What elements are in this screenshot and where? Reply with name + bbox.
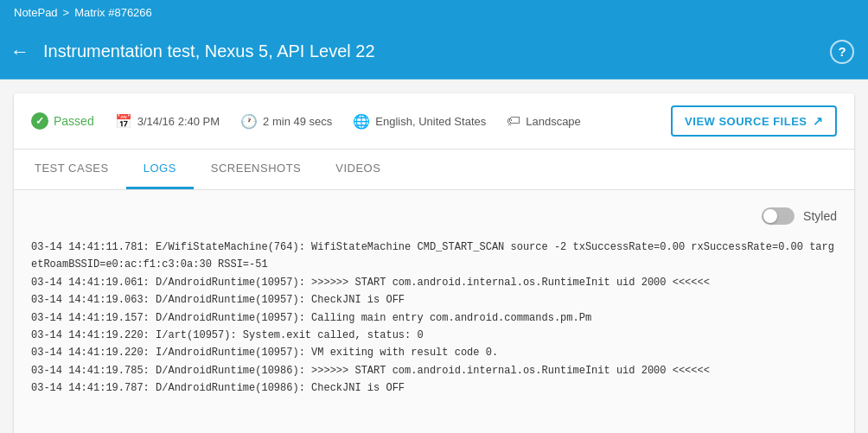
- external-link-icon: ↗: [813, 114, 824, 128]
- tab-videos[interactable]: VIDEOS: [318, 150, 398, 189]
- log-area: Styled 03-14 14:41:11.781: E/WifiStateMa…: [14, 190, 854, 433]
- log-line: 03-14 14:41:19.061: D/AndroidRuntime(109…: [31, 274, 837, 291]
- tag-icon: 🏷: [507, 113, 520, 129]
- orientation-value: Landscape: [526, 115, 581, 128]
- content-card: ✓ Passed 📅 3/14/16 2:40 PM 🕐 2 min 49 se…: [14, 93, 854, 433]
- app-name[interactable]: NotePad: [14, 6, 58, 19]
- back-button[interactable]: ←: [7, 39, 33, 65]
- date-value: 3/14/16 2:40 PM: [137, 115, 220, 128]
- log-line: 03-14 14:41:19.157: D/AndroidRuntime(109…: [31, 309, 837, 327]
- styled-label: Styled: [803, 209, 837, 223]
- tab-logs[interactable]: LOGS: [126, 150, 194, 189]
- tab-test-cases[interactable]: TEST CASES: [17, 150, 126, 189]
- status-passed: ✓ Passed: [31, 112, 94, 130]
- log-line: 03-14 14:41:19.787: D/AndroidRuntime(109…: [31, 379, 837, 397]
- locale-meta: 🌐 English, United States: [353, 113, 486, 130]
- orientation-meta: 🏷 Landscape: [507, 113, 581, 129]
- log-line: 03-14 14:41:19.220: I/AndroidRuntime(109…: [31, 344, 837, 361]
- styled-toggle[interactable]: [762, 207, 795, 225]
- log-line: 03-14 14:41:19.063: D/AndroidRuntime(109…: [31, 291, 837, 309]
- main-header: ← Instrumentation test, Nexus 5, API Lev…: [0, 24, 868, 80]
- page-title: Instrumentation test, Nexus 5, API Level…: [43, 41, 375, 61]
- matrix-label[interactable]: Matrix #876266: [74, 6, 152, 19]
- log-content: 03-14 14:41:11.781: E/WifiStateMachine(7…: [31, 239, 837, 398]
- log-line: 03-14 14:41:19.220: I/art(10957): System…: [31, 327, 837, 344]
- view-source-label: VIEW SOURCE FILES: [685, 115, 807, 128]
- top-bar: NotePad > Matrix #876266: [0, 0, 868, 24]
- tab-screenshots[interactable]: SCREENSHOTS: [194, 150, 318, 189]
- styled-toggle-row: Styled: [31, 201, 837, 232]
- calendar-icon: 📅: [115, 113, 132, 130]
- tabs-row: TEST CASES LOGS SCREENSHOTS VIDEOS: [14, 150, 854, 190]
- passed-label: Passed: [54, 114, 94, 128]
- breadcrumb: NotePad > Matrix #876266: [14, 6, 152, 19]
- time-value: 2 min 49 secs: [263, 115, 332, 128]
- view-source-button[interactable]: VIEW SOURCE FILES ↗: [671, 105, 837, 137]
- check-circle-icon: ✓: [31, 112, 48, 130]
- breadcrumb-separator: >: [63, 6, 70, 19]
- header-left: ← Instrumentation test, Nexus 5, API Lev…: [7, 39, 375, 65]
- help-icon[interactable]: ?: [830, 40, 854, 64]
- status-row: ✓ Passed 📅 3/14/16 2:40 PM 🕐 2 min 49 se…: [14, 93, 854, 150]
- time-meta: 🕐 2 min 49 secs: [240, 113, 332, 130]
- date-meta: 📅 3/14/16 2:40 PM: [115, 113, 220, 130]
- clock-icon: 🕐: [240, 113, 258, 130]
- globe-icon: 🌐: [353, 113, 370, 130]
- locale-value: English, United States: [375, 115, 486, 128]
- log-line: 03-14 14:41:11.781: E/WifiStateMachine(7…: [31, 239, 837, 274]
- log-line: 03-14 14:41:19.785: D/AndroidRuntime(109…: [31, 362, 837, 379]
